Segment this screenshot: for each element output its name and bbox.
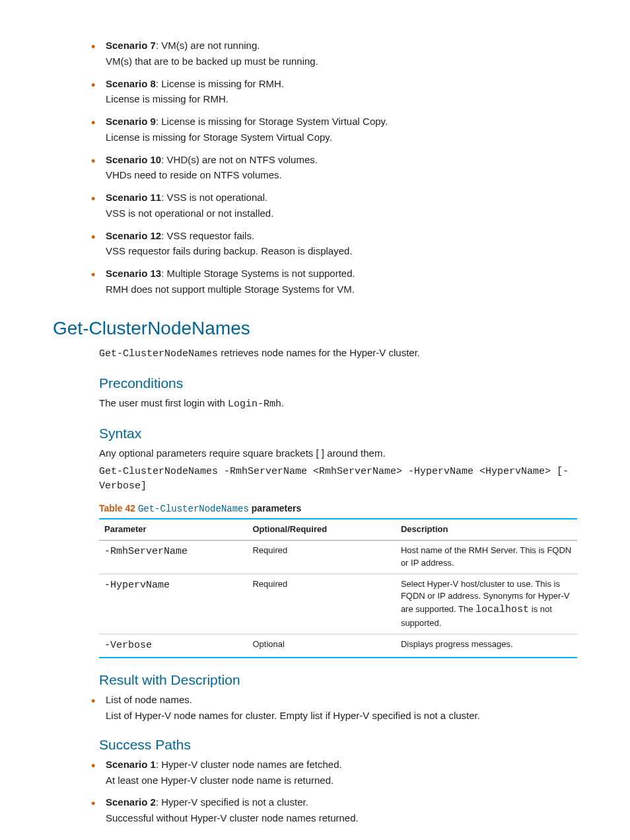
table-header-row: Parameter Optional/Required Description bbox=[99, 519, 577, 540]
syntax-heading: Syntax bbox=[99, 424, 577, 443]
scenario-label: Scenario 10 bbox=[106, 154, 161, 165]
list-item: Scenario 11: VSS is not operational. VSS… bbox=[106, 190, 577, 221]
syntax-intro: Any optional parameters require square b… bbox=[99, 446, 577, 461]
success-heading: Success Paths bbox=[99, 735, 577, 755]
scenario-title: : License is missing for Storage System … bbox=[156, 116, 388, 127]
preconditions-text: The user must first login with Login-Rmh… bbox=[99, 396, 577, 412]
scenario-label: Scenario 11 bbox=[106, 192, 161, 203]
intro-text: retrieves node names for the Hyper-V clu… bbox=[218, 347, 420, 358]
intro-code: Get-ClusterNodeNames bbox=[99, 348, 218, 360]
list-item: Scenario 8: License is missing for RMH. … bbox=[106, 77, 577, 107]
scenario-title: : Hyper-V specified is not a cluster. bbox=[156, 796, 308, 808]
scenario-desc: License is missing for RMH. bbox=[106, 92, 577, 106]
scenario-label: Scenario 1 bbox=[106, 759, 156, 770]
scenario-label: Scenario 8 bbox=[106, 78, 156, 89]
scenario-desc: VSS is not operational or not installed. bbox=[106, 206, 577, 221]
result-list: List of node names. List of Hyper-V node… bbox=[53, 693, 577, 723]
scenario-label: Scenario 13 bbox=[106, 268, 161, 279]
th-desc: Description bbox=[396, 519, 577, 540]
th-parameter: Parameter bbox=[99, 519, 247, 540]
scenario-title: : VHD(s) are not on NTFS volumes. bbox=[161, 154, 318, 165]
scenario-desc: At least one Hyper-V cluster node name i… bbox=[106, 773, 577, 788]
table-caption-label: Table 42 bbox=[99, 503, 138, 514]
result-item-desc: List of Hyper-V node names for cluster. … bbox=[106, 708, 577, 723]
preconditions-heading: Preconditions bbox=[99, 373, 577, 393]
table-row: -Verbose Optional Displays progress mess… bbox=[99, 634, 577, 657]
scenario-desc: Successful without Hyper-V cluster node … bbox=[106, 811, 577, 825]
scenario-title: : VSS requestor fails. bbox=[161, 230, 254, 241]
precond-post: . bbox=[281, 397, 284, 408]
list-item: Scenario 1: Hyper-V cluster node names a… bbox=[106, 757, 577, 788]
scenario-title: : VM(s) are not running. bbox=[156, 40, 260, 51]
list-item: List of node names. List of Hyper-V node… bbox=[106, 693, 577, 723]
param-name: -RmhServerName bbox=[99, 540, 247, 574]
list-item: Scenario 7: VM(s) are not running. VM(s)… bbox=[106, 38, 577, 69]
param-optreq: Optional bbox=[247, 634, 395, 657]
result-item-title: List of node names. bbox=[106, 694, 192, 705]
scenario-desc: RMH does not support multiple Storage Sy… bbox=[106, 282, 577, 297]
scenario-label: Scenario 7 bbox=[106, 40, 156, 51]
precond-pre: The user must first login with bbox=[99, 397, 228, 408]
list-item: Scenario 2: Hyper-V specified is not a c… bbox=[106, 795, 577, 825]
scenario-title: : License is missing for RMH. bbox=[156, 78, 284, 89]
param-desc: Select Hyper-V host/cluster to use. This… bbox=[396, 574, 577, 634]
precond-code: Login-Rmh bbox=[228, 399, 281, 410]
parameters-table: Parameter Optional/Required Description … bbox=[99, 518, 577, 658]
table-caption-params: parameters bbox=[249, 503, 301, 514]
scenario-desc: VM(s) that are to be backed up must be r… bbox=[106, 54, 577, 69]
section-intro: Get-ClusterNodeNames retrieves node name… bbox=[99, 346, 577, 362]
scenario-title: : VSS is not operational. bbox=[161, 192, 267, 203]
scenario-desc: License is missing for Storage System Vi… bbox=[106, 130, 577, 145]
list-item: Scenario 9: License is missing for Stora… bbox=[106, 114, 577, 145]
syntax-code: Get-ClusterNodeNames -RmhServerName <Rmh… bbox=[99, 465, 577, 494]
scenario-label: Scenario 2 bbox=[106, 796, 156, 808]
param-desc: Host name of the RMH Server. This is FQD… bbox=[396, 540, 577, 574]
list-item: Scenario 13: Multiple Storage Systems is… bbox=[106, 266, 577, 297]
table-caption-code: Get-ClusterNodeNames bbox=[138, 504, 249, 514]
param-optreq: Required bbox=[247, 574, 395, 634]
scenario-title: : Multiple Storage Systems is not suppor… bbox=[161, 268, 355, 279]
param-optreq: Required bbox=[247, 540, 395, 574]
success-list: Scenario 1: Hyper-V cluster node names a… bbox=[53, 757, 577, 825]
list-item: Scenario 10: VHD(s) are not on NTFS volu… bbox=[106, 153, 577, 183]
scenario-label: Scenario 12 bbox=[106, 230, 161, 241]
param-desc: Displays progress messages. bbox=[396, 634, 577, 657]
param-name: -HypervName bbox=[99, 574, 247, 634]
scenario-desc: VSS requestor fails during backup. Reaso… bbox=[106, 244, 577, 258]
section-heading: Get-ClusterNodeNames bbox=[53, 315, 577, 342]
result-heading: Result with Description bbox=[99, 670, 577, 690]
scenario-list-top: Scenario 7: VM(s) are not running. VM(s)… bbox=[53, 38, 577, 297]
scenario-desc: VHDs need to reside on NTFS volumes. bbox=[106, 168, 577, 182]
scenario-title: : Hyper-V cluster node names are fetched… bbox=[156, 759, 342, 770]
desc-code: localhost bbox=[475, 604, 529, 615]
th-optreq: Optional/Required bbox=[247, 519, 395, 540]
scenario-label: Scenario 9 bbox=[106, 116, 156, 127]
table-row: -HypervName Required Select Hyper-V host… bbox=[99, 574, 577, 634]
table-row: -RmhServerName Required Host name of the… bbox=[99, 540, 577, 574]
param-name: -Verbose bbox=[99, 634, 247, 657]
table-caption: Table 42 Get-ClusterNodeNames parameters bbox=[99, 502, 577, 515]
list-item: Scenario 12: VSS requestor fails. VSS re… bbox=[106, 229, 577, 259]
